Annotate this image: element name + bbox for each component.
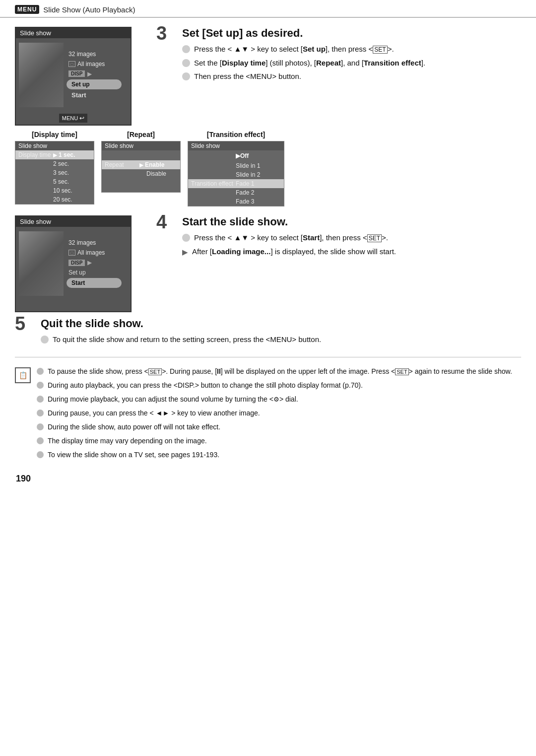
te-slide2: Slide in 2 (188, 170, 284, 179)
note-7: To view the slide show on a TV set, see … (37, 450, 512, 460)
note-4: During pause, you can press the < ◄► > k… (37, 408, 512, 418)
bullet-dot (182, 72, 190, 80)
notes-section: 📋 To pause the slide show, press <SET>. … (15, 366, 521, 464)
step4-bullet-2: ▶ After [Loading image...] is displayed,… (182, 246, 396, 258)
step4-bullets: Press the < ▲▼ > key to select [Start], … (182, 232, 396, 258)
back-arrow: ↩ (79, 115, 84, 122)
step4-screen: Slide show 32 images □ All images (15, 215, 146, 312)
tri-right-2: ▶ (139, 162, 143, 168)
bullet-dot (182, 59, 190, 67)
all-images-icon: □ (68, 61, 75, 67)
display-time-col: [Display time] Slide show Display time ▶… (15, 131, 94, 206)
step5-content: Quit the slide show. To quit the slide s… (41, 317, 521, 348)
camera-screen-1: Slide show 32 images □ All images (15, 27, 132, 126)
cam2-item-start: Start (67, 278, 122, 288)
step3-row: Slide show 32 images □ All images (15, 27, 521, 126)
repeat-col: [Repeat] Slide show Repeat ▶ Enable Disa… (101, 131, 181, 206)
dt-row-10: 10 sec. (15, 186, 94, 195)
cam2-item-all: □ All images (67, 248, 128, 257)
repeat-label: [Repeat] (101, 131, 181, 138)
note-dot-2 (37, 382, 44, 389)
cam-body-1: 32 images □ All images DISP ▶ Set up Sta… (16, 38, 131, 112)
bullet-dot-4a (182, 234, 190, 242)
step4-bullet-1: Press the < ▲▼ > key to select [Start], … (182, 232, 396, 244)
note-1: To pause the slide show, press <SET>. Du… (37, 366, 512, 377)
te-fade3: Fade 3 (188, 197, 284, 206)
step4-row: Slide show 32 images □ All images (15, 215, 521, 312)
note-dot-4 (37, 410, 44, 416)
note-6: The display time may vary depending on t… (37, 436, 512, 446)
step3-bullets: Press the < ▲▼ > key to select [Set up],… (182, 44, 425, 82)
camera-screen-2: Slide show 32 images □ All images (15, 215, 132, 312)
note-5: During the slide show, auto power off wi… (37, 422, 512, 432)
cam-body-2: 32 images □ All images DISP ▶ Set up (16, 227, 131, 300)
note-dot-6 (37, 437, 44, 444)
dt-row-3: 3 sec. (15, 168, 94, 177)
te-fade2: Fade 2 (188, 188, 284, 197)
step4-text: 4 Start the slide show. Press the < ▲▼ >… (156, 215, 396, 260)
step5-title: Quit the slide show. (41, 317, 521, 330)
step5-bullets: To quit the slide show and return to the… (41, 334, 521, 345)
cam-item-start: Start (67, 90, 128, 100)
dt-row-2: 2 sec. (15, 159, 94, 168)
step3-bullet-2: Set the [Display time] (still photos), [… (182, 58, 425, 69)
cam-menu-1: 32 images □ All images DISP ▶ Set up Sta… (67, 41, 131, 109)
menu-badge: MENU (15, 5, 39, 14)
rp-row-disable: Disable (102, 169, 180, 178)
note-3: During movie playback, you can adjust th… (37, 394, 512, 405)
cam-menu-2: 32 images □ All images DISP ▶ Set up (67, 229, 131, 298)
note-dot-3 (37, 396, 44, 403)
dt-row-20: 20 sec. (15, 195, 94, 204)
bullet-dot (182, 45, 190, 53)
step3-num: 3 (156, 24, 175, 43)
tri-right: ▶ (53, 152, 57, 158)
step4-content: Start the slide show. Press the < ▲▼ > k… (182, 215, 396, 260)
step5-bullet-1: To quit the slide show and return to the… (41, 334, 521, 345)
arrow-icon: ▶ (182, 247, 188, 258)
display-time-panel: Slide show Display time ▶ 1 sec. 2 sec. … (15, 141, 94, 205)
notes-icon: 📋 (15, 367, 31, 383)
note-2: During auto playback, you can press the … (37, 380, 512, 391)
rp-empty (102, 150, 180, 160)
cam2-item-count: 32 images (67, 238, 128, 247)
te-title: Slide show (188, 141, 284, 150)
te-empty: ▶Off (188, 150, 284, 161)
cam-item-count: 32 images (67, 50, 128, 59)
page-header: MENU Slide Show (Auto Playback) (0, 0, 536, 18)
step3-bullet-1: Press the < ▲▼ > key to select [Set up],… (182, 44, 425, 55)
repeat-panel: Slide show Repeat ▶ Enable Disable (101, 141, 181, 193)
rp-row-enable: Repeat ▶ Enable (102, 160, 180, 169)
page-number: 190 (15, 474, 521, 484)
dt-row-selected: Display time ▶ 1 sec. (15, 150, 94, 159)
notes-list: To pause the slide show, press <SET>. Du… (37, 366, 512, 464)
note-dot-1 (37, 368, 44, 375)
step5-num: 5 (15, 314, 34, 333)
step4-num: 4 (156, 212, 175, 231)
menu-back-1: MENU ↩ (59, 114, 87, 123)
step3-title: Set [Set up] as desired. (182, 27, 425, 40)
cam-item-setup: Set up (67, 79, 122, 89)
step3-content: Set [Set up] as desired. Press the < ▲▼ … (182, 27, 425, 85)
page-title: Slide Show (Auto Playback) (43, 5, 135, 14)
cam-title-2: Slide show (16, 216, 131, 227)
transition-col: [Transition effect] Slide show ▶Off Slid… (188, 131, 284, 206)
bullet-dot-5 (41, 336, 49, 344)
step3-text: 3 Set [Set up] as desired. Press the < ▲… (156, 27, 425, 85)
cam2-item-disp: DISP ▶ (67, 258, 128, 267)
step4-title: Start the slide show. (182, 215, 396, 228)
rp-title: Slide show (102, 141, 180, 150)
cam-image-2 (19, 231, 64, 296)
step5-row: 5 Quit the slide show. To quit the slide… (15, 317, 521, 348)
step3-bullet-3: Then press the <MENU> button. (182, 71, 425, 82)
note-dot-5 (37, 423, 44, 430)
transition-panel: Slide show ▶Off Slide in 1 Slide in 2 Tr… (188, 141, 284, 206)
cam2-item-setup: Set up (67, 268, 128, 277)
cam-image-1 (19, 43, 64, 107)
main-content: Slide show 32 images □ All images (0, 18, 536, 494)
note-dot-7 (37, 451, 44, 458)
cam-item-all: □ All images (67, 60, 128, 69)
cam-footer-1: MENU ↩ (16, 112, 131, 125)
te-slide1: Slide in 1 (188, 161, 284, 170)
rp-empty2 (102, 178, 180, 192)
display-time-label: [Display time] (15, 131, 94, 138)
